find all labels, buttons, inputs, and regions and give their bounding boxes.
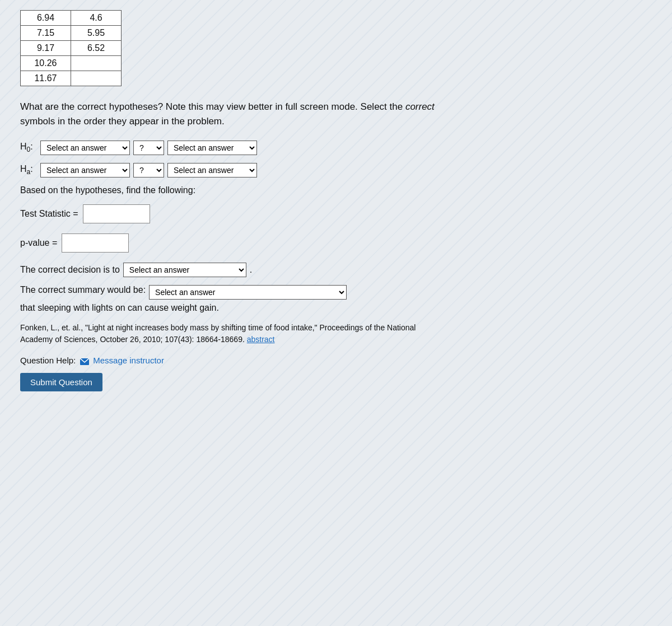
- test-statistic-input[interactable]: [83, 204, 150, 223]
- table-row: 9.17 6.52: [21, 41, 122, 56]
- table-row: 6.94 4.6: [21, 11, 122, 26]
- ha-label: Ha:: [20, 164, 37, 176]
- decision-row: The correct decision is to Select an ans…: [20, 263, 652, 277]
- h0-label: H0:: [20, 142, 37, 153]
- p-value-input[interactable]: [62, 233, 129, 253]
- cell-5-1: 11.67: [21, 71, 71, 86]
- envelope-icon: [80, 357, 89, 364]
- cell-5-2: [71, 71, 122, 86]
- cell-2-2: 5.95: [71, 26, 122, 41]
- cell-2-1: 7.15: [21, 26, 71, 41]
- summary-row: The correct summary would be: Select an …: [20, 285, 457, 313]
- cell-3-1: 9.17: [21, 41, 71, 56]
- cell-3-2: 6.52: [71, 41, 122, 56]
- decision-label: The correct decision is to: [20, 265, 120, 275]
- cell-4-2: [71, 56, 122, 71]
- summary-suffix: that sleeping with lights on can cause w…: [20, 303, 219, 313]
- table-row: 11.67: [21, 71, 122, 86]
- ha-symbol-select[interactable]: ? = ≠ < > ≤ ≥: [133, 163, 164, 177]
- cell-1-2: 4.6: [71, 11, 122, 26]
- summary-select[interactable]: Select an answer There is sufficient evi…: [149, 285, 347, 300]
- cell-1-1: 6.94: [21, 11, 71, 26]
- decision-select[interactable]: Select an answer Reject H₀ Fail to Rejec…: [123, 263, 246, 277]
- cell-4-1: 10.26: [21, 56, 71, 71]
- h0-row: H0: Select an answer μ₁ μ₂ p₁ p₂ ? = ≠ <…: [20, 141, 652, 155]
- message-instructor-link[interactable]: Message instructor: [80, 356, 164, 365]
- p-value-row: p-value =: [20, 233, 652, 253]
- question-help-row: Question Help: Message instructor: [20, 356, 652, 365]
- ha-row: Ha: Select an answer μ₁ μ₂ p₁ p₂ ? = ≠ <…: [20, 163, 652, 177]
- question-help-label: Question Help:: [20, 356, 76, 365]
- decision-period: .: [250, 265, 252, 275]
- data-table: 6.94 4.6 7.15 5.95 9.17 6.52 10.26 11.67: [20, 10, 122, 86]
- reference-text: Fonken, L., et. al., "Light at night inc…: [20, 322, 423, 345]
- question-text: What are the correct hypotheses? Note th…: [20, 100, 457, 128]
- h0-symbol-select[interactable]: ? = ≠ < > ≤ ≥: [133, 141, 164, 155]
- table-row: 7.15 5.95: [21, 26, 122, 41]
- test-statistic-row: Test Statistic =: [20, 204, 652, 223]
- table-row: 10.26: [21, 56, 122, 71]
- h0-select2[interactable]: Select an answer μ₁ μ₂ p₁ p₂: [167, 141, 257, 155]
- p-value-label: p-value =: [20, 238, 57, 248]
- ha-select1[interactable]: Select an answer μ₁ μ₂ p₁ p₂: [40, 163, 130, 177]
- submit-button[interactable]: Submit Question: [20, 373, 102, 391]
- page-container: 6.94 4.6 7.15 5.95 9.17 6.52 10.26 11.67…: [0, 0, 672, 626]
- test-statistic-label: Test Statistic =: [20, 209, 78, 219]
- h0-select1[interactable]: Select an answer μ₁ μ₂ p₁ p₂: [40, 141, 130, 155]
- summary-label: The correct summary would be:: [20, 285, 146, 295]
- abstract-link[interactable]: abstract: [247, 335, 275, 344]
- ha-select2[interactable]: Select an answer μ₁ μ₂ p₁ p₂: [167, 163, 257, 177]
- section-heading: Based on the hypotheses, find the follow…: [20, 185, 652, 195]
